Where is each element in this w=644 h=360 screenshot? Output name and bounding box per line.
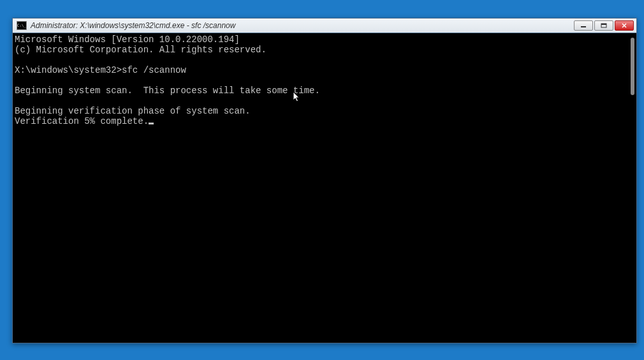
terminal-command: sfc /scannow [122, 65, 186, 75]
cmd-window: Administrator: X:\windows\system32\cmd.e… [12, 18, 637, 343]
terminal-line: Verification 5% complete. [15, 116, 149, 126]
close-icon [621, 23, 627, 28]
minimize-button[interactable] [574, 20, 593, 31]
window-title: Administrator: X:\windows\system32\cmd.e… [31, 21, 574, 30]
terminal-line: Beginning system scan. This process will… [15, 86, 320, 96]
terminal-prompt: X:\windows\system32> [15, 65, 122, 75]
terminal-line: Beginning verification phase of system s… [15, 106, 251, 116]
scrollbar-thumb[interactable] [631, 38, 634, 95]
text-cursor [149, 123, 154, 124]
svg-rect-0 [581, 26, 586, 27]
terminal-line: Microsoft Windows [Version 10.0.22000.19… [15, 34, 240, 45]
cmd-icon [17, 21, 27, 30]
titlebar[interactable]: Administrator: X:\windows\system32\cmd.e… [13, 19, 636, 33]
close-button[interactable] [615, 20, 634, 31]
maximize-icon [601, 23, 607, 28]
window-controls [574, 20, 636, 31]
terminal-line: (c) Microsoft Corporation. All rights re… [15, 45, 267, 55]
maximize-button[interactable] [594, 20, 613, 31]
svg-rect-2 [601, 24, 606, 25]
terminal-output[interactable]: Microsoft Windows [Version 10.0.22000.19… [13, 33, 636, 343]
minimize-icon [580, 23, 587, 28]
